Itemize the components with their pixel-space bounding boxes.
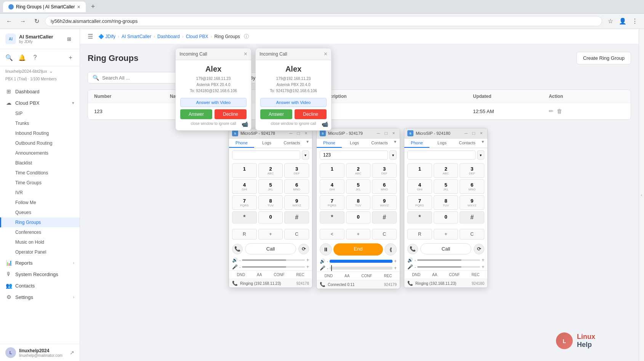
dial-3-btn-1[interactable]: 1 <box>407 163 432 178</box>
dial-3-btn-3[interactable]: 3DEF <box>460 163 484 178</box>
sip-3-tab-phone[interactable]: Phone <box>404 139 429 148</box>
sidebar-item-cloudpbx[interactable]: ☁ Cloud PBX ▾ <box>0 97 80 109</box>
sip-2-tab-phone[interactable]: Phone <box>317 139 342 148</box>
dial-2-btn-4[interactable]: 4GHI <box>320 179 344 194</box>
call-popup-1-close-btn[interactable]: × <box>244 51 247 58</box>
sidebar-item-system-recordings[interactable]: 🎙 System Recordings <box>0 268 80 280</box>
dial-2-btn-6[interactable]: 6MNO <box>372 179 397 194</box>
sip-1-dnd-btn[interactable]: DND <box>235 272 247 278</box>
sip-2-end-btn[interactable]: End <box>333 243 383 256</box>
sip-3-redial-btn[interactable]: R <box>407 229 432 240</box>
dial-2-btn-3[interactable]: 3DEF <box>372 163 397 178</box>
sip-3-clear-btn[interactable]: C <box>460 229 484 240</box>
sip-1-tab-logs[interactable]: Logs <box>254 139 279 148</box>
sip-3-dnd-btn[interactable]: DND <box>410 272 422 278</box>
sip-2-close-btn[interactable]: × <box>391 130 397 136</box>
dial-2-btn-2[interactable]: 2ABC <box>346 163 371 178</box>
sidebar-item-outbound-routing[interactable]: Outbound Routing <box>0 138 80 148</box>
sidebar-item-time-groups[interactable]: Time Groups <box>0 178 80 188</box>
sidebar-item-dashboard[interactable]: ⊞ Dashboard <box>0 86 80 97</box>
decline-2-btn[interactable]: Decline <box>295 109 327 119</box>
sip-1-tab-phone[interactable]: Phone <box>229 139 254 148</box>
sip-1-close-btn[interactable]: × <box>303 130 309 136</box>
call-popup-2-close-btn[interactable]: × <box>324 51 327 58</box>
sidebar-item-blacklist[interactable]: Blacklist <box>0 158 80 168</box>
sip-1-add-btn[interactable]: + <box>258 229 283 240</box>
sip-3-tab-contacts[interactable]: Contacts <box>455 139 480 148</box>
sip-3-hold-btn[interactable]: ⟳ <box>474 244 484 254</box>
answer-video-2-btn[interactable]: Answer with Video <box>260 98 327 107</box>
mic-plus-3[interactable]: + <box>482 264 484 270</box>
sidebar-toggle-btn[interactable]: ⊞ <box>64 34 74 44</box>
answer-2-btn[interactable]: Answer <box>260 109 292 119</box>
sidebar-item-reports[interactable]: 📊 Reports › <box>0 257 80 268</box>
sip-2-number-input[interactable] <box>320 150 388 160</box>
sidebar-item-follow-me[interactable]: Follow Me <box>0 198 80 208</box>
sip-2-dnd-btn[interactable]: DND <box>323 273 334 279</box>
sip-3-input-dropdown[interactable]: ▾ <box>477 150 484 160</box>
dial-3-btn-hash[interactable]: # <box>460 211 484 224</box>
sidebar-item-ivr[interactable]: IVR <box>0 188 80 198</box>
sidebar-item-trunks[interactable]: Trunks <box>0 118 80 128</box>
sidebar-item-operator-panel[interactable]: Operator Panel <box>0 247 80 257</box>
sip-2-input-dropdown[interactable]: ▾ <box>389 150 397 160</box>
sip-2-back-btn[interactable]: < <box>320 229 344 240</box>
sip-3-dropdown-btn[interactable]: ▾ <box>480 139 486 145</box>
bell-action-btn[interactable]: 🔔 <box>17 52 27 63</box>
edit-icon[interactable]: ✏ <box>549 108 554 115</box>
video-1-icon-btn[interactable]: 📹 <box>242 121 248 127</box>
help-action-btn[interactable]: ? <box>30 52 40 63</box>
sip-1-hold-btn[interactable]: ⟳ <box>298 244 309 254</box>
dial-3-btn-7[interactable]: 7PQRS <box>407 195 432 210</box>
decline-1-btn[interactable]: Decline <box>215 109 247 119</box>
sidebar-item-sip[interactable]: SIP <box>0 109 80 118</box>
dial-1-btn-3[interactable]: 3DEF <box>284 163 309 178</box>
vol-plus-2[interactable]: + <box>394 259 397 264</box>
dial-1-btn-hash[interactable]: # <box>284 211 309 224</box>
sip-3-rec-btn[interactable]: REC <box>470 272 481 278</box>
back-btn[interactable]: ← <box>4 16 14 27</box>
sidebar-item-time-conditions[interactable]: Time Conditions <box>0 168 80 178</box>
sip-3-minimize-btn[interactable]: ─ <box>463 130 469 136</box>
dial-2-btn-5[interactable]: 5JKL <box>346 179 371 194</box>
vol-plus-1[interactable]: + <box>306 257 309 263</box>
sip-2-transfer-btn[interactable]: ⟪ <box>384 243 397 256</box>
sip-3-number-input[interactable] <box>407 150 476 160</box>
delete-icon[interactable]: 🗑 <box>557 108 562 115</box>
dial-3-btn-9[interactable]: 9WXYZ <box>460 195 484 210</box>
sip-3-maximize-btn[interactable]: □ <box>471 130 477 136</box>
user-menu-btn[interactable]: ↗ <box>70 350 74 356</box>
dial-1-btn-6[interactable]: 6MNO <box>284 179 309 194</box>
sip-1-rec-btn[interactable]: REC <box>295 272 306 278</box>
dial-2-btn-hash[interactable]: # <box>372 211 397 224</box>
sip-1-aa-btn[interactable]: AA <box>255 272 263 278</box>
breadcrumb-cloudpbx[interactable]: Cloud PBX <box>186 34 208 39</box>
dial-2-btn-8[interactable]: 8TUV <box>346 195 371 210</box>
dial-1-btn-0[interactable]: 0 <box>258 211 283 224</box>
forward-btn[interactable]: → <box>18 16 28 27</box>
dial-2-btn-0[interactable]: 0 <box>346 211 371 224</box>
profile-btn[interactable]: 👤 <box>617 16 628 27</box>
dial-3-btn-4[interactable]: 4GHI <box>407 179 432 194</box>
sidebar-item-music-on-hold[interactable]: Music on Hold <box>0 237 80 247</box>
sip-3-mic-bar[interactable] <box>417 266 480 268</box>
sip-3-close-btn[interactable]: × <box>478 130 484 136</box>
sidebar-toggle-btn[interactable]: ☰ <box>88 33 93 40</box>
account-menu-btn[interactable]: ⌄ <box>49 69 53 74</box>
address-bar[interactable] <box>45 16 602 26</box>
sip-2-conf-btn[interactable]: CONF <box>360 273 373 279</box>
sip-1-conf-btn[interactable]: CONF <box>272 272 286 278</box>
dial-1-btn-2[interactable]: 2ABC <box>258 163 283 178</box>
sidebar-item-inbound-routing[interactable]: Inbound Routing <box>0 128 80 138</box>
dial-1-btn-7[interactable]: 7PQRS <box>232 195 257 210</box>
sip-2-add-btn[interactable]: + <box>346 229 371 240</box>
ignore-1-text[interactable]: close window to ignore call <box>180 121 247 126</box>
sip-1-number-input[interactable] <box>232 150 300 160</box>
dial-1-btn-9[interactable]: 9WXYZ <box>284 195 309 210</box>
sidebar-item-conferences[interactable]: Conferences <box>0 227 80 237</box>
dial-2-btn-star[interactable]: * <box>320 211 344 224</box>
sip-1-maximize-btn[interactable]: □ <box>295 130 301 136</box>
dial-1-btn-8[interactable]: 8TUV <box>258 195 283 210</box>
sip-3-vol-bar[interactable] <box>417 259 480 261</box>
vol-plus-3[interactable]: + <box>482 257 484 263</box>
